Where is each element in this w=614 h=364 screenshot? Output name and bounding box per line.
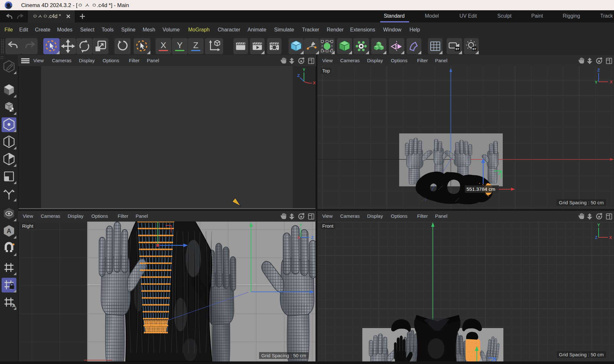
svg-text:Z: Z [193, 40, 198, 50]
svg-text:X: X [161, 40, 166, 50]
svg-text:X: X [609, 235, 612, 240]
svg-text:ST: ST [472, 47, 476, 51]
svg-text:551.3784 cm: 551.3784 cm [467, 186, 495, 192]
svg-text:Z: Z [595, 235, 597, 240]
svg-text:Y: Y [595, 80, 598, 85]
svg-text:X: X [610, 80, 613, 84]
svg-text:X: X [313, 80, 315, 85]
svg-text:Y: Y [303, 67, 306, 72]
svg-text:Z: Z [311, 235, 314, 240]
svg-text:A: A [7, 227, 11, 234]
svg-text:Y: Y [597, 223, 600, 227]
svg-text:Y: Y [177, 40, 183, 50]
svg-text:Z: Z [597, 68, 600, 72]
svg-text:Z: Z [297, 73, 300, 78]
svg-text:X: X [298, 235, 300, 240]
svg-text:ST: ST [455, 47, 459, 51]
svg-text:Y: Y [299, 223, 302, 227]
